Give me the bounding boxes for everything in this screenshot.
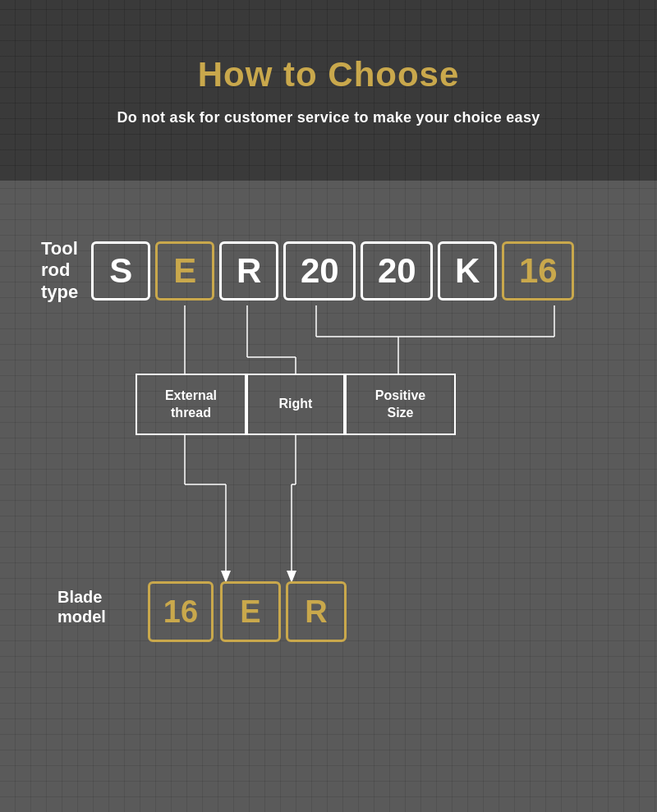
info-box-right: Right [246,374,345,435]
bottom-section: Tool rod type S E R 20 20 K 16 [0,181,657,812]
full-diagram: Tool rod type S E R 20 20 K 16 [33,230,624,706]
info-box-external: Externalthread [136,374,246,435]
blade-char-E: E [220,581,281,642]
subtitle: Do not ask for customer service to make … [117,109,540,126]
blade-label: Blademodel [57,583,156,626]
blade-char-16: 16 [148,581,214,642]
main-title: How to Choose [198,55,460,94]
connector-svg: Externalthread Right PositiveSize [33,230,624,706]
info-box-positive: PositiveSize [345,374,456,435]
top-section: How to Choose Do not ask for customer se… [0,0,657,181]
blade-char-R: R [286,581,347,642]
